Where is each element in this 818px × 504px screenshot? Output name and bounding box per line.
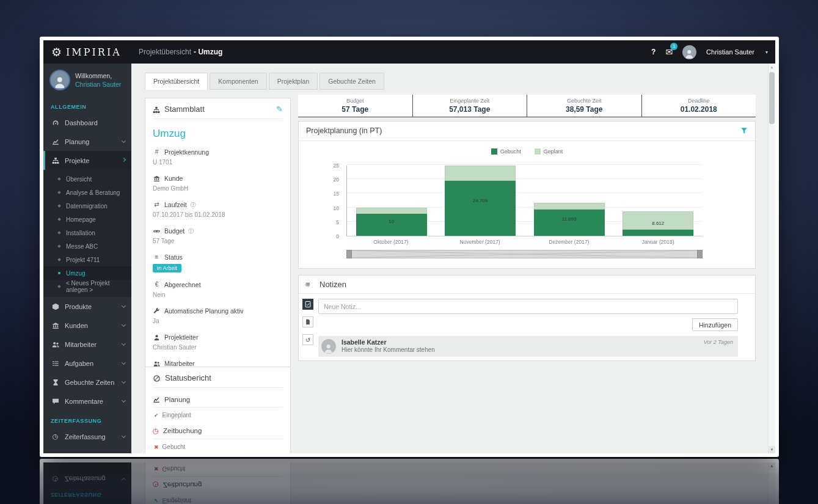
- note-type-file-button[interactable]: [302, 316, 313, 327]
- brand-name: IMPIRIA: [66, 46, 122, 58]
- sub-item-datenmigration[interactable]: Datenmigration: [43, 199, 131, 213]
- statusbericht-header: Statusbericht: [153, 373, 283, 388]
- chart-bar: 24.709: [436, 166, 525, 236]
- navigator-handle-right[interactable]: [697, 250, 703, 258]
- sub-item-analyse-beratung[interactable]: Analyse & Beratung: [43, 186, 131, 199]
- sub-item-umzug[interactable]: Umzug: [43, 266, 131, 280]
- stammblatt-title: Stammblatt: [164, 104, 205, 114]
- scroll-up-arrow[interactable]: ▲: [769, 64, 775, 71]
- sub-item-homepage[interactable]: Homepage: [43, 213, 131, 226]
- gauge-icon: [51, 119, 60, 126]
- euro-icon: €: [153, 280, 161, 289]
- stat-eingeplante-zeit: Eingeplante Zeit57,013 Tage: [412, 95, 527, 117]
- info-icon[interactable]: ⓘ: [191, 200, 196, 209]
- scroll-down-arrow[interactable]: ▼: [769, 446, 775, 453]
- edit-icon[interactable]: ✎: [276, 104, 283, 114]
- notizen-title: Notizen: [320, 280, 346, 289]
- user-avatar[interactable]: [682, 45, 696, 59]
- content-scrollbar[interactable]: ▲ ▼: [768, 64, 775, 453]
- chevron-down-icon: [122, 303, 126, 307]
- scrollbar-thumb[interactable]: [769, 72, 775, 124]
- sub-item-neues-projekt[interactable]: < Neues Projekt anlegen >: [43, 280, 131, 293]
- sidebar-item-planung[interactable]: Planung: [43, 132, 131, 151]
- person-icon: [153, 334, 161, 341]
- mail-badge: 1: [670, 43, 677, 50]
- field-budget: Budgetⓘ 57 Tage: [153, 227, 283, 245]
- projekte-submenu: Übersicht Analyse & Beratung Datenmigrat…: [43, 170, 131, 297]
- chart-legend: Gebucht Geplant: [299, 148, 755, 155]
- chart-header: Projektplanung (in PT): [299, 122, 755, 141]
- chart-range-navigator[interactable]: [346, 250, 703, 258]
- note-history-button[interactable]: ↺: [302, 334, 313, 345]
- field-automatische-planung: Automatische Planung aktiv Ja: [153, 307, 283, 325]
- comment-timestamp: Vor 2 Tagen: [704, 339, 733, 345]
- cube-icon: [51, 303, 60, 310]
- sidebar-item-mitarbeiter[interactable]: Mitarbeiter: [43, 335, 131, 354]
- sitemap-icon: [51, 157, 60, 164]
- chart-bars: 1024.70911.6938.612: [347, 166, 703, 236]
- help-icon[interactable]: ?: [651, 48, 655, 56]
- comment-row: Isabelle Katzer Hier könnte Ihr Kommenta…: [318, 336, 738, 357]
- top-header: ⚙ IMPIRIA Projektübersicht- Umzug ? ✉ 1 …: [43, 40, 775, 64]
- chevron-down-icon: [122, 138, 126, 142]
- user-menu[interactable]: Christian Sauter: [706, 48, 754, 56]
- tab-gebuchte-zeiten[interactable]: Gebuchte Zeiten: [320, 73, 384, 90]
- sidebar-item-kommentare[interactable]: Kommentare: [43, 392, 131, 411]
- stammblatt-card: Stammblatt ✎ Umzug #Projektkennung U 170…: [145, 98, 291, 390]
- tab-projektuebersicht[interactable]: Projektübersicht: [145, 73, 208, 90]
- statusbericht-card: Statusbericht Planung ✔Eingeplant ◷Zeitb…: [145, 367, 291, 453]
- menu-lines-icon: ≡: [305, 276, 310, 294]
- info-icon[interactable]: ⓘ: [188, 227, 194, 235]
- ban-circle-icon: [153, 373, 161, 382]
- notizen-header: ≡ Notizen: [299, 276, 755, 294]
- chevron-down-icon: [122, 433, 126, 437]
- gear-logo-icon: ⚙: [51, 46, 62, 58]
- sidebar-item-zeiterfassung[interactable]: ◷ Zeiterfassung: [43, 427, 131, 446]
- bullet-icon: [57, 231, 61, 235]
- tab-komponenten[interactable]: Komponenten: [210, 73, 266, 90]
- note-type-task-button[interactable]: [302, 299, 313, 310]
- chart-y-axis: 0510152025: [323, 166, 344, 236]
- status-line-gebucht: ✖Gebucht: [153, 444, 283, 450]
- chevron-down-icon: [122, 398, 126, 402]
- sub-item-installation[interactable]: Installation: [43, 226, 131, 239]
- sidebar-item-aufgaben[interactable]: Aufgaben: [43, 354, 131, 373]
- comment-avatar: [321, 339, 336, 354]
- messages-button[interactable]: ✉ 1: [665, 47, 673, 57]
- sidebar-item-dashboard[interactable]: Dashboard: [43, 113, 131, 132]
- section-zeiterfassung: ZEITERFASSUNG: [43, 411, 131, 427]
- sidebar-item-projekte[interactable]: Projekte: [43, 151, 131, 170]
- bank-icon: [153, 175, 161, 182]
- navigator-handle-left[interactable]: [346, 250, 352, 258]
- sub-item-messe-abc[interactable]: Messe ABC: [43, 239, 131, 253]
- sub-item-uebersicht[interactable]: Übersicht: [43, 172, 131, 186]
- sidebar: Willkommen, Christian Sauter ALLGEMEIN D…: [43, 64, 131, 453]
- sub-item-projekt-4711[interactable]: Projekt 4711: [43, 253, 131, 266]
- sidebar-item-kunden[interactable]: Kunden: [43, 316, 131, 335]
- add-note-button[interactable]: Hinzufügen: [692, 318, 738, 331]
- status-badge: In Arbeit: [153, 264, 181, 272]
- stat-gebuchte-zeit: Gebuchte Zeit38,59 Tage: [527, 95, 641, 117]
- tab-projektplan[interactable]: Projektplan: [269, 73, 318, 90]
- tasks-list-icon: [51, 360, 60, 367]
- new-note-input[interactable]: [318, 299, 738, 314]
- sidebar-item-gebuchte-zeiten[interactable]: Gebuchte Zeiten: [43, 373, 131, 392]
- cross-icon: ✖: [154, 444, 159, 450]
- clock-icon: ◷: [153, 426, 159, 435]
- app-window: ⚙ IMPIRIA Projektübersicht- Umzug ? ✉ 1 …: [40, 37, 779, 457]
- legend-gebucht: Gebucht: [491, 148, 521, 155]
- chevron-right-icon: [122, 157, 126, 161]
- chart-line-icon: [153, 396, 160, 403]
- project-tabs: Projektübersicht Komponenten Projektplan…: [145, 73, 386, 90]
- bullet-icon: [57, 244, 61, 248]
- filter-icon[interactable]: [740, 127, 748, 134]
- sidebar-avatar[interactable]: [49, 70, 70, 90]
- bullet-icon: [58, 272, 60, 274]
- field-projektleiter: Projektleiter Christian Sauter: [153, 333, 283, 351]
- brand-logo[interactable]: ⚙ IMPIRIA: [51, 40, 122, 64]
- sidebar-item-produkte[interactable]: Produkte: [43, 297, 131, 316]
- caret-down-icon: ▾: [765, 49, 768, 55]
- chart-bar: 11.693: [525, 166, 614, 236]
- list-icon: ≡: [153, 253, 161, 261]
- field-kunde: Kunde Demo GmbH: [153, 174, 283, 192]
